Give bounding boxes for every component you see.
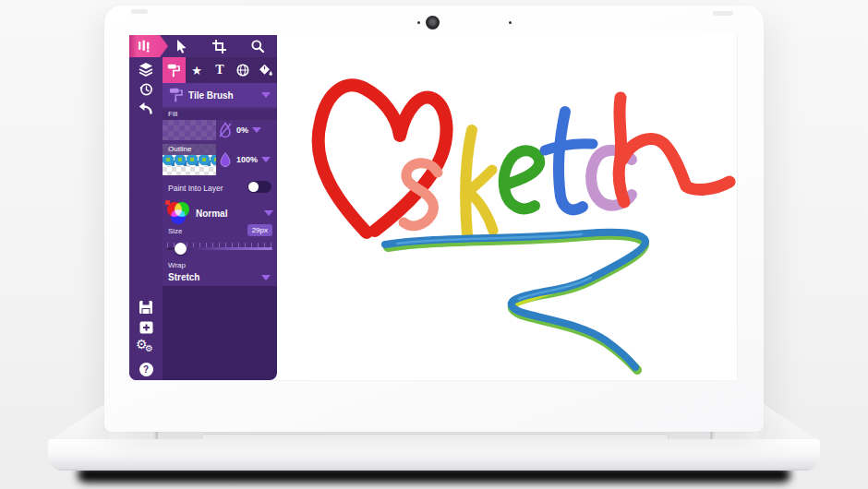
wrap-label: Wrap [168,261,186,269]
tools-menu-button[interactable] [129,35,168,57]
undo-button[interactable] [129,98,163,118]
laptop-mockup: ⚙⚙ ? [0,0,868,489]
color-wheel-icon [166,201,190,225]
tab-sticker[interactable] [231,57,254,83]
webcam [426,16,440,30]
toggle-knob [248,182,259,192]
sticker-ball-icon [236,64,249,77]
fill-opacity-value: 0% [236,125,248,135]
new-document-icon [139,321,153,334]
outline-section-label: Outline [163,144,216,155]
settings-button[interactable]: ⚙⚙ [129,338,163,358]
slider-knob[interactable] [175,243,187,255]
sidebar-rail: ⚙⚙ ? [129,35,163,380]
chevron-down-icon [261,92,271,98]
tile-pattern-preview [163,155,216,169]
layers-button[interactable] [129,59,163,79]
help-button[interactable]: ? [129,359,163,379]
mic-dot-right [509,21,512,24]
laptop-base [48,439,820,471]
wrap-value-dropdown[interactable]: Stretch [168,272,199,282]
fill-opacity-control[interactable]: 0% [218,120,261,140]
tab-fill-bucket[interactable] [254,57,277,83]
brush-options-panel: Tile Brush Fill 0% Outline [163,83,277,286]
fill-bucket-icon [259,64,272,77]
blend-mode-value: Normal [196,209,264,219]
brush-select-dropdown[interactable]: Tile Brush [163,83,277,107]
history-button[interactable] [129,79,163,100]
paint-roller-icon [167,64,180,78]
chevron-down-icon [261,275,271,280]
size-value-badge: 29px [247,224,272,236]
select-tool-button[interactable] [163,35,200,57]
text-tool-icon: T [215,64,223,77]
save-button[interactable] [129,297,163,317]
chevron-down-icon [264,210,273,216]
blend-mode-dropdown[interactable]: Normal [166,201,273,225]
new-document-button[interactable] [129,317,163,338]
sidebar: ⚙⚙ ? [129,35,277,380]
chevron-down-icon [252,127,261,133]
undo-icon [139,101,153,115]
top-tool-row [163,35,277,57]
star-icon: ★ [191,65,202,77]
tab-star[interactable]: ★ [186,57,209,83]
search-tool-button[interactable] [239,35,277,57]
mic-dot-left [417,21,420,24]
outline-opacity-value: 100% [236,155,258,164]
paint-into-layer-toggle[interactable] [247,181,271,193]
crop-icon [212,40,226,54]
lid-vent-left [131,9,148,14]
size-label: Size [168,227,183,235]
laptop-screen: ⚙⚙ ? [129,35,738,381]
save-icon [139,301,152,314]
tool-tabs-row: ★ T [163,57,277,83]
settings-gears-icon: ⚙⚙ [137,340,155,356]
lid-vent-right [713,11,733,16]
chevron-down-icon [261,157,271,162]
fill-droplet-empty-icon [218,122,233,138]
help-icon: ? [139,363,153,376]
search-icon [251,40,264,53]
crop-tool-button[interactable] [200,35,238,57]
history-icon [139,82,153,97]
tab-text[interactable]: T [209,57,232,83]
layers-icon [139,63,153,77]
outline-opacity-control[interactable]: 100% [218,149,271,170]
select-cursor-icon [175,40,187,54]
outline-swatch[interactable]: Outline [163,144,216,175]
tab-paint-roller[interactable] [163,57,186,83]
brush-name-label: Tile Brush [188,90,261,101]
brush-tools-icon [138,40,151,53]
outline-droplet-filled-icon [218,151,233,168]
fill-section-label: Fill [163,109,277,120]
tile-brush-icon [169,88,183,102]
paint-into-layer-label: Paint Into Layer [168,184,223,193]
fill-swatch[interactable] [163,120,216,140]
size-slider[interactable] [167,242,272,255]
